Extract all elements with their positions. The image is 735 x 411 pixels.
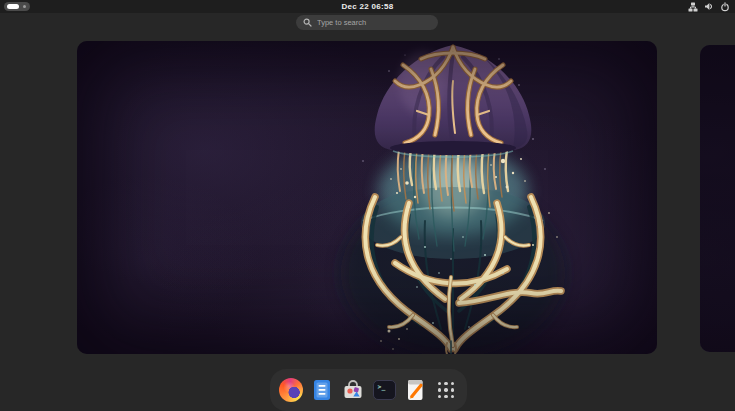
search-icon bbox=[303, 18, 312, 27]
workspace-thumbnail-main[interactable] bbox=[77, 41, 657, 354]
firefox-icon bbox=[279, 378, 303, 402]
text-editor-icon bbox=[403, 378, 427, 402]
search-input[interactable] bbox=[317, 18, 427, 27]
top-bar: Dec 22 06:58 bbox=[0, 0, 735, 13]
volume-icon bbox=[704, 2, 714, 12]
network-icon bbox=[688, 2, 698, 12]
dock-item-firefox[interactable] bbox=[279, 378, 303, 402]
clock[interactable]: Dec 22 06:58 bbox=[0, 0, 735, 13]
wallpaper-vignette bbox=[77, 41, 657, 354]
dock-item-terminal[interactable]: >_ bbox=[372, 378, 396, 402]
files-icon bbox=[310, 378, 334, 402]
dock-item-software[interactable] bbox=[341, 378, 365, 402]
power-icon bbox=[720, 2, 730, 12]
dock-item-files[interactable] bbox=[310, 378, 334, 402]
terminal-prompt-glyph: >_ bbox=[378, 384, 386, 391]
dash-dock: >_ bbox=[270, 369, 467, 411]
dock-item-text-editor[interactable] bbox=[403, 378, 427, 402]
terminal-icon: >_ bbox=[373, 380, 396, 400]
wallpaper-vignette bbox=[700, 45, 735, 352]
workspace-thumbnail-next[interactable] bbox=[700, 45, 735, 352]
dock-item-app-grid[interactable] bbox=[434, 378, 458, 402]
software-icon bbox=[341, 378, 365, 402]
wallpaper-jellyfish bbox=[77, 41, 657, 354]
search-bar[interactable] bbox=[296, 15, 438, 30]
system-status-area[interactable] bbox=[688, 1, 730, 12]
app-grid-icon bbox=[436, 380, 456, 400]
wallpaper-next bbox=[700, 45, 735, 352]
